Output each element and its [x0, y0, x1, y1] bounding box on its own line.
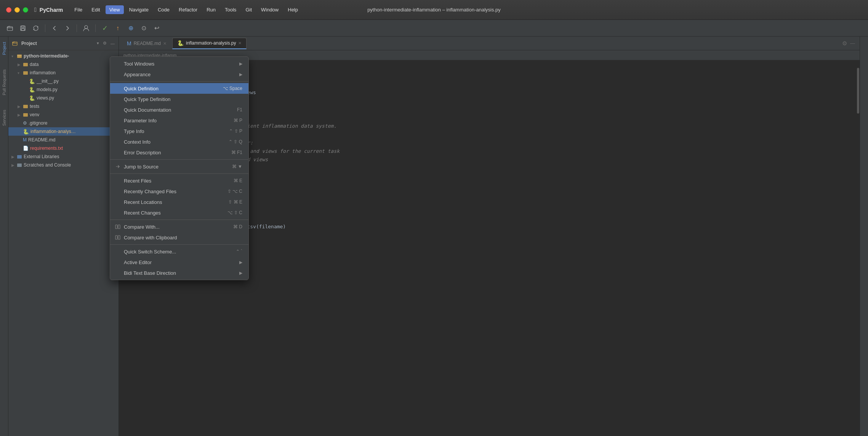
menu-item-quick-doc[interactable]: Quick Documentation F1 [110, 104, 248, 115]
editor-pin-icon[interactable]: — [850, 40, 855, 46]
menu-item-active-editor[interactable]: Active Editor ▶ [110, 257, 248, 268]
menu-item-bidi-text[interactable]: Bidi Text Base Direction ▶ [110, 268, 248, 278]
editor-settings-icon[interactable]: ⚙ [842, 40, 847, 47]
menu-refactor[interactable]: Refactor [175, 5, 201, 14]
scrollbar-thumb [857, 68, 859, 114]
tree-arrow-tests: ▶ [18, 104, 21, 109]
pull-requests-tab-label[interactable]: Pull Requests [1, 68, 7, 97]
menu-help[interactable]: Help [284, 5, 302, 14]
undo-button[interactable]: ↩ [151, 23, 162, 34]
tree-analysis-file[interactable]: ▶ 🐍 inflammation-analys… [8, 127, 119, 136]
tree-inflammation-folder[interactable]: ▾ inflammation [8, 69, 119, 77]
menu-label-quick-doc: Quick Documentation [124, 107, 234, 113]
menu-item-quick-switch[interactable]: Quick Switch Scheme... ⌃ ` [110, 246, 248, 257]
tree-models-label: models.py [37, 87, 58, 92]
code-line-8: 💡 [143, 105, 855, 114]
menu-code[interactable]: Code [154, 5, 173, 14]
panel-minimize-icon[interactable]: — [111, 41, 115, 46]
menu-navigate[interactable]: Navigate [125, 5, 152, 14]
code-line-18: InFiles = [args.infiles] [143, 189, 855, 197]
toolbar-separator-3 [95, 24, 96, 32]
menu-item-appearance[interactable]: Appearance ▶ [110, 69, 248, 80]
back-button[interactable] [49, 23, 60, 34]
editor-scrollbar[interactable] [857, 60, 860, 436]
pin-button[interactable]: ⊕ [125, 23, 136, 34]
tab-readme[interactable]: M README.md ✕ [122, 38, 171, 49]
minimize-button[interactable] [14, 7, 20, 13]
tree-external-libs[interactable]: ▶ External Libraries [8, 152, 119, 161]
tree-tests-folder[interactable]: ▶ tests [8, 102, 119, 111]
traffic-lights [6, 7, 28, 13]
tree-views-file[interactable]: ▶ 🐍 views.py [8, 94, 119, 102]
check-button[interactable]: ✓ [99, 23, 110, 34]
titlebar:  PyCharm File Edit View Navigate Code R… [0, 0, 868, 20]
tree-init-file[interactable]: ▶ 🐍 __init__.py [8, 77, 119, 85]
project-tab-label[interactable]: Project [1, 40, 7, 56]
panel-settings-icon[interactable]: ⚙ [103, 41, 107, 46]
menu-item-compare-clipboard[interactable]: Compare with Clipboard [110, 232, 248, 243]
tree-requirements-file[interactable]: ▶ 📄 requirements.txt [8, 144, 119, 152]
tree-arrow-venv: ▶ [18, 113, 21, 117]
menu-item-quick-definition[interactable]: Quick Definition ⌥ Space [110, 83, 248, 94]
tab-readme-close[interactable]: ✕ [163, 41, 167, 46]
main-layout: Project Pull Requests Services Project ▾… [0, 37, 868, 436]
toolbar: ✓ ↑ ⊕ ⊙ ↩ [0, 20, 868, 37]
menu-icon-active-editor [115, 259, 121, 265]
close-button[interactable] [6, 7, 11, 13]
tree-arrow-root: ▾ [11, 54, 15, 58]
menu-item-recent-changes[interactable]: Recent Changes ⌥ ⇧ C [110, 207, 248, 218]
menu-item-param-info[interactable]: Parameter Info ⌘ P [110, 115, 248, 126]
upload-button[interactable]: ↑ [112, 23, 123, 34]
open-folder-button[interactable] [5, 23, 15, 34]
menu-shortcut-quick-switch: ⌃ ` [236, 249, 242, 254]
profile-button[interactable] [81, 23, 91, 34]
tree-venv-folder[interactable]: ▶ venv [8, 111, 119, 119]
sync-button[interactable] [30, 23, 41, 34]
tree-data-label: data [30, 62, 38, 67]
menu-item-recent-locations[interactable]: Recent Locations ⇧ ⌘ E [110, 197, 248, 207]
menu-file[interactable]: File [70, 5, 86, 14]
history-button[interactable]: ⊙ [138, 23, 149, 34]
tree-scratches[interactable]: ▶ Scratches and Console [8, 161, 119, 169]
menu-tools[interactable]: Tools [221, 5, 240, 14]
tree-data-folder[interactable]: ▶ data [8, 60, 119, 69]
menu-view[interactable]: View [106, 5, 124, 14]
forward-button[interactable] [62, 23, 73, 34]
code-line-15: ▲ """ [143, 164, 855, 172]
save-button[interactable] [18, 23, 28, 34]
menu-window[interactable]: Window [257, 5, 282, 14]
menu-label-quick-type-definition: Quick Type Definition [124, 96, 239, 102]
code-line-21: for filename in InFiles: [143, 214, 855, 223]
menu-icon-recent-files [115, 178, 121, 184]
menu-edit[interactable]: Edit [88, 5, 104, 14]
project-panel-title: Project [21, 41, 94, 46]
tree-root[interactable]: ▾ python-intermediate- [8, 52, 119, 60]
menu-item-tool-windows[interactable]: Tool Windows ▶ [110, 58, 248, 69]
menu-item-recently-changed[interactable]: Recently Changed Files ⇧ ⌥ C [110, 186, 248, 197]
menu-label-bidi-text: Bidi Text Base Direction [124, 270, 236, 276]
menu-git[interactable]: Git [242, 5, 256, 14]
services-tab-label[interactable]: Services [1, 108, 7, 127]
tab-analysis[interactable]: 🐍 inflammation-analysis.py ✕ [172, 38, 247, 49]
menu-item-quick-type-def[interactable]: Quick Type Definition [110, 94, 248, 104]
tab-analysis-close[interactable]: ✕ [238, 41, 242, 46]
menu-item-type-info[interactable]: Type Info ⌃ ⇧ P [110, 126, 248, 136]
tree-readme-file[interactable]: ▶ M README.md [8, 136, 119, 144]
menu-item-recent-files[interactable]: Recent Files ⌘ E [110, 175, 248, 186]
panel-dropdown-icon[interactable]: ▾ [97, 41, 99, 46]
project-tree: ▾ python-intermediate- ▶ data ▾ inflamma… [8, 50, 119, 436]
menu-item-compare-with[interactable]: Compare With... ⌘ D [110, 221, 248, 232]
menu-item-context-info[interactable]: Context Info ⌃ ⇧ Q [110, 136, 248, 147]
tree-models-file[interactable]: ▶ 🐍 models.py [8, 85, 119, 94]
menu-item-jump-source[interactable]: Jump to Source ⌘ ▼ [110, 161, 248, 172]
menu-icon-quick-def [115, 85, 121, 91]
maximize-button[interactable] [23, 7, 28, 13]
tree-gitignore-file[interactable]: ▶ ⚙ .gitignore [8, 119, 119, 127]
project-panel: Project ▾ ⚙ — ▾ python-intermediate- ▶ d… [8, 37, 119, 436]
menu-item-error-desc[interactable]: Error Description ⌘ F1 [110, 147, 248, 158]
svg-rect-3 [21, 29, 24, 30]
code-line-6: from inflammation import models, views [143, 88, 855, 97]
svg-rect-17 [115, 236, 117, 239]
menu-run[interactable]: Run [203, 5, 219, 14]
tree-requirements-label: requirements.txt [30, 146, 63, 151]
